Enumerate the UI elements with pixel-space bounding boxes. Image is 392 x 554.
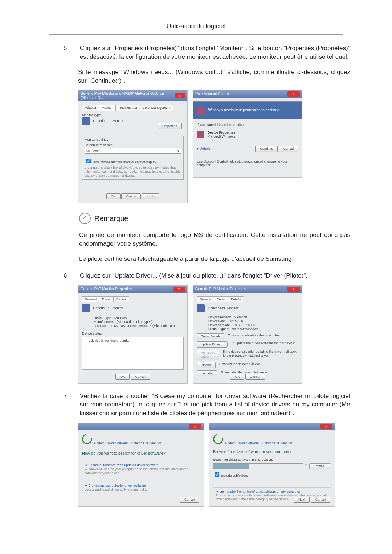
footer-divider [49,518,343,518]
monitor-icon [82,304,90,312]
b2-desc: To update the driver software for this d… [231,341,295,348]
winB-title: User Account Control [195,92,230,96]
step-5-number: 5. [64,44,78,53]
ok-button[interactable]: OK [115,374,130,380]
ok-button[interactable]: OK [230,374,244,380]
browse-button[interactable]: Browse... [309,463,331,469]
ms-windows-label: Microsoft Windows [208,135,235,139]
reload-icon [80,432,94,446]
header-divider [49,34,343,35]
c2-monitor-name: Generic PnP Monitor [208,307,238,310]
sig-v: microsoft windows [232,327,258,331]
include-subfolders-checkbox[interactable] [215,472,219,477]
tab-driver[interactable]: Driver [214,296,228,302]
hide-modes-label: Hide modes that this monitor cannot disp… [93,160,156,164]
screenshot-driver-tab: Generic PnP Monitor PropertiesX General … [193,285,302,384]
path-input[interactable] [213,463,303,469]
step-6-text: Cliquez sur "Update Driver... (Mise à jo… [80,271,350,280]
device-type-v: Monitors [114,316,127,320]
mf-v: (Standard monitor types) [117,320,152,324]
close-icon[interactable]: X [175,93,185,98]
dd-l: Driver Date: [208,319,226,323]
o1-desc: Windows will search your computer and th… [85,467,197,475]
close-icon[interactable]: X [287,91,300,97]
screenshot-driver-general: Generic PnP Monitor PropertiesX General … [78,285,188,384]
device-status-box: This device is working properly. [82,337,184,370]
cancel-button[interactable]: Cancel [121,193,141,200]
winA-tabs[interactable]: Adapter Monitor Troubleshoot Color Manag… [82,105,184,111]
tab-driver[interactable]: Driver [99,296,114,302]
winC1-title: Generic PnP Monitor Properties [81,287,132,291]
c1-monitor-name: Generic PnP Monitor [93,307,123,310]
screenshot-search-driver: X Update Driver Software - Generic PnP M… [78,423,204,507]
b1-desc: To view details about the driver files. [228,333,281,340]
refresh-select[interactable]: 60 Hertz▾ [85,148,181,154]
b3-desc: If the device fails after updating the d… [223,350,298,360]
disable-button[interactable]: Disable [197,362,216,368]
hide-modes-checkbox[interactable] [86,159,91,163]
chevron-down-icon: ▾ [177,149,179,153]
close-icon[interactable]: X [189,424,201,429]
cancel-button[interactable]: Cancel [311,497,330,503]
properties-button[interactable]: Properties [158,123,182,129]
dp-v: Microsoft [234,315,247,319]
monitor-type-label: Monitor Type [82,113,184,117]
next-button[interactable]: Next [294,497,310,503]
page-title: Utilisation du logiciel [0,0,392,31]
tab-adapter[interactable]: Adapter [82,105,99,111]
step-7-text: Vérifiez la case à cocher "Browse my com… [80,392,350,418]
include-subfolders-label: Include subfolders [221,474,248,477]
cancel-button[interactable]: Cancel [279,146,298,152]
device-type-l: Device type: [94,316,112,320]
loc-v: on NVIDIA GeForce 6600 LE (Microsoft Cor… [110,324,177,328]
option-browse[interactable]: ➔ Browse my computer for driver software… [82,481,200,494]
tab-general[interactable]: General [82,296,99,302]
step-6-number: 6. [64,271,78,280]
tab-monitor[interactable]: Monitor [99,105,116,111]
close-icon[interactable]: X [173,287,185,292]
rollback-button[interactable]: Roll Back Driver [197,350,219,360]
uac-headline: Windows needs your permission to continu… [208,108,280,112]
details-link[interactable]: Details [200,147,211,151]
screenshot-browse-driver: X Update Driver Software - Generic PnP M… [209,423,335,507]
reload-icon [211,432,225,446]
continue-button[interactable]: Continue [255,146,278,152]
winC1-tabs[interactable]: General Driver Details [82,296,184,303]
monitor-icon [82,117,90,125]
monitor-settings-label: Monitor Settings [85,138,181,142]
winA-title: Generic PnP Monitor and NVIDIA GeForce 6… [81,91,175,100]
monitor-icon [197,304,205,312]
dp-l: Driver Provider: [208,315,231,319]
tab-general[interactable]: General [197,296,214,302]
screenshot-monitor-props: Generic PnP Monitor and NVIDIA GeForce 6… [78,90,188,203]
shield-icon [198,107,205,114]
cancel-button[interactable]: Cancel [245,374,265,380]
d2-crumb: Update Driver Software - Generic PnP Mon… [225,441,292,445]
apply-button[interactable]: Apply [142,193,160,200]
hide-modes-desc: Clearing this check box allows you to se… [85,166,181,177]
device-properties-label: Device Properties [208,131,235,135]
o2-title: Browse my computer for driver software [89,484,146,487]
option-auto[interactable]: ➔ Search automatically for updated drive… [82,461,200,477]
chevron-down-icon[interactable]: ▾ [305,463,307,469]
winC2-title: Generic PnP Monitor Properties [195,287,246,291]
d1-crumb: Update Driver Software - Generic PnP Mon… [94,441,161,445]
uac-started: If you started this action, continue. [197,123,298,127]
dv-l: Driver Version: [208,323,230,327]
tab-troubleshoot[interactable]: Troubleshoot [115,105,140,111]
cancel-button[interactable]: Cancel [180,497,199,503]
refresh-label: Screen refresh rate: [85,143,181,147]
pencil-icon [79,213,91,224]
ok-button[interactable]: OK [106,193,121,200]
close-icon[interactable]: X [320,424,332,429]
driver-details-button[interactable]: Driver Details [197,333,224,340]
update-driver-button[interactable]: Update Driver... [197,341,228,348]
tab-details[interactable]: Details [113,296,129,302]
d1-question: How do you want to search for driver sof… [82,451,200,456]
tab-color-mgmt[interactable]: Color Management [140,105,173,111]
dv-v: 6.0.6000.16386 [233,323,256,327]
winC2-tabs[interactable]: General Driver Details [197,296,298,303]
close-icon[interactable]: X [287,287,300,292]
tab-details[interactable]: Details [228,296,244,302]
cancel-button[interactable]: Cancel [131,374,150,380]
